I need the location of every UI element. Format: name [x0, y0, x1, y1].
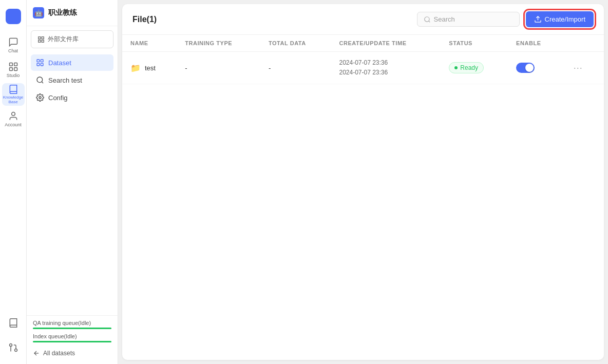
- studio-label: Studio: [7, 73, 20, 78]
- search-input[interactable]: Search: [417, 12, 520, 27]
- cell-datetime: 2024-07-07 23:36 2024-07-07 23:36: [331, 52, 441, 84]
- svg-rect-17: [41, 60, 43, 62]
- svg-rect-0: [6, 9, 21, 24]
- main-panel: File(1) Search Create/Import: [122, 4, 604, 360]
- nav-item-dataset[interactable]: Dataset: [31, 54, 113, 71]
- create-time: 2024-07-07 23:36: [339, 58, 432, 68]
- svg-point-24: [424, 16, 429, 21]
- table-head: NAME TRAINING TYPE TOTAL DATA CREATE/UPD…: [122, 35, 604, 52]
- svg-point-20: [37, 77, 43, 83]
- dataset-table: NAME TRAINING TYPE TOTAL DATA CREATE/UPD…: [122, 35, 604, 84]
- svg-rect-16: [37, 60, 40, 62]
- svg-text:🤖: 🤖: [34, 9, 43, 17]
- dataset-icon: [36, 59, 44, 67]
- config-icon: [36, 93, 44, 102]
- status-text: Ready: [460, 64, 478, 71]
- sidebar-title: 职业教练: [48, 8, 77, 17]
- svg-rect-13: [42, 36, 44, 39]
- icon-bar: 🤖 Chat Studio KnowledgeBase: [0, 0, 27, 364]
- svg-rect-19: [37, 63, 40, 66]
- row-name-container: 📁 test: [130, 63, 168, 73]
- index-queue-label: Index queue(Idle): [33, 333, 111, 339]
- col-enable: ENABLE: [508, 35, 562, 52]
- qa-queue: QA training queue(Idle): [33, 320, 111, 329]
- main-header: File(1) Search Create/Import: [122, 4, 604, 35]
- file-title: File(1): [132, 15, 157, 24]
- svg-rect-5: [9, 68, 12, 71]
- status-dot: [454, 66, 458, 69]
- qa-queue-bar: [33, 328, 111, 329]
- folder-icon: 📁: [130, 63, 141, 73]
- icon-bar-top: 🤖 Chat Studio KnowledgeBase: [2, 5, 25, 310]
- svg-point-8: [9, 344, 12, 347]
- external-lib-label: 外部文件库: [48, 35, 79, 44]
- col-training-type: TRAINING TYPE: [177, 35, 260, 52]
- nav-search-test-label: Search test: [48, 76, 82, 84]
- cell-enable: [508, 52, 562, 84]
- nav-item-config[interactable]: Config: [31, 89, 113, 106]
- search-test-icon: [36, 76, 44, 84]
- sidebar: 🤖 职业教练 外部文件库 Dataset Sear: [27, 0, 118, 364]
- header-right: Search Create/Import: [417, 11, 594, 27]
- enable-toggle[interactable]: [516, 63, 535, 73]
- sidebar-logo: 🤖: [33, 7, 44, 18]
- qa-queue-label: QA training queue(Idle): [33, 320, 111, 326]
- datetime-container: 2024-07-07 23:36 2024-07-07 23:36: [339, 58, 432, 78]
- nav-config-label: Config: [48, 94, 68, 102]
- external-lib-button[interactable]: 外部文件库: [31, 30, 113, 48]
- account-label: Account: [5, 122, 22, 127]
- sidebar-item-account[interactable]: Account: [2, 108, 25, 130]
- col-total-data: TOTAL DATA: [260, 35, 331, 52]
- import-icon: [534, 15, 542, 23]
- git-icon-btn[interactable]: [2, 336, 25, 359]
- svg-rect-4: [14, 68, 17, 71]
- row-name-text: test: [145, 64, 156, 72]
- table-header-row: NAME TRAINING TYPE TOTAL DATA CREATE/UPD…: [122, 35, 604, 52]
- book-icon-btn[interactable]: [2, 312, 25, 334]
- back-all-label: All datasets: [43, 350, 75, 357]
- nav-item-search-test[interactable]: Search test: [31, 72, 113, 88]
- svg-point-6: [11, 112, 15, 116]
- col-actions: [562, 35, 604, 52]
- index-queue: Index queue(Idle): [33, 333, 111, 342]
- knowledge-label: KnowledgeBase: [3, 95, 24, 105]
- col-status: STATUS: [441, 35, 508, 52]
- sidebar-header: 🤖 职业教练: [27, 0, 118, 26]
- status-badge: Ready: [449, 62, 484, 73]
- table-container: NAME TRAINING TYPE TOTAL DATA CREATE/UPD…: [122, 35, 604, 360]
- icon-bar-bottom: [2, 312, 25, 359]
- svg-rect-2: [9, 63, 12, 66]
- cell-name: 📁 test: [122, 52, 177, 84]
- cell-actions: ···: [562, 52, 604, 84]
- col-create-update-time: CREATE/UPDATE TIME: [331, 35, 441, 52]
- arrow-left-icon: [33, 350, 40, 357]
- create-import-label: Create/Import: [545, 15, 585, 23]
- svg-rect-12: [39, 36, 41, 39]
- svg-rect-15: [39, 40, 41, 42]
- sidebar-item-chat[interactable]: Chat: [2, 34, 25, 56]
- svg-rect-14: [42, 40, 44, 42]
- svg-rect-18: [41, 63, 43, 66]
- grid-icon: [37, 36, 45, 43]
- app-logo: 🤖: [2, 5, 25, 28]
- sidebar-item-knowledge[interactable]: KnowledgeBase: [2, 83, 25, 106]
- svg-line-21: [42, 82, 43, 83]
- table-body: 📁 test - - 2024-07-07 23:36 2024-07-07 2…: [122, 52, 604, 84]
- more-actions-button[interactable]: ···: [571, 62, 586, 74]
- index-queue-bar: [33, 341, 111, 342]
- search-icon: [424, 16, 431, 23]
- col-name: NAME: [122, 35, 177, 52]
- chat-label: Chat: [8, 48, 18, 53]
- table-row: 📁 test - - 2024-07-07 23:36 2024-07-07 2…: [122, 52, 604, 84]
- back-all-datasets[interactable]: All datasets: [33, 347, 111, 360]
- svg-point-7: [14, 349, 17, 352]
- update-time: 2024-07-07 23:36: [339, 68, 432, 78]
- svg-rect-3: [14, 63, 17, 66]
- svg-point-22: [39, 97, 41, 99]
- create-import-button[interactable]: Create/Import: [526, 11, 594, 27]
- cell-status: Ready: [441, 52, 508, 84]
- svg-line-25: [428, 21, 430, 22]
- sidebar-footer: QA training queue(Idle) Index queue(Idle…: [27, 315, 118, 364]
- nav-dataset-label: Dataset: [48, 59, 71, 67]
- sidebar-item-studio[interactable]: Studio: [2, 59, 25, 81]
